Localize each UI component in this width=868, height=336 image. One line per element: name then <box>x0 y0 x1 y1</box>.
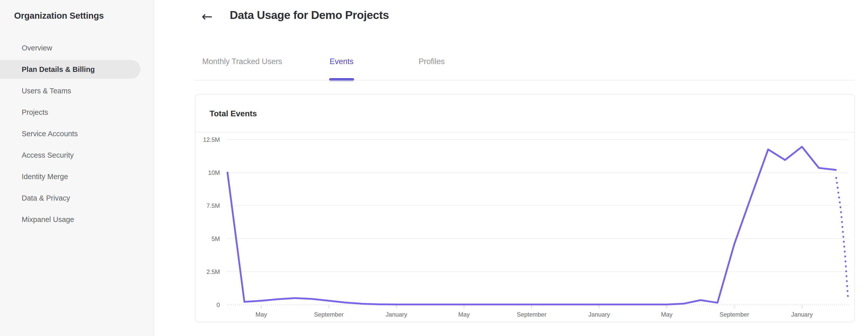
sidebar-item-overview[interactable]: Overview <box>0 37 153 59</box>
projection-dotted-line <box>836 178 848 299</box>
sidebar-item-label: Mixpanel Usage <box>22 215 74 224</box>
sidebar-item-access-security[interactable]: Access Security <box>0 145 153 166</box>
page: { "sidebar": { "title": "Organization Se… <box>0 0 868 336</box>
back-button[interactable]: ← <box>198 7 216 25</box>
sidebar-item-label: Projects <box>22 108 48 117</box>
events-line <box>227 147 836 304</box>
tab-monthly-tracked-users[interactable]: Monthly Tracked Users <box>202 57 282 66</box>
y-tick-label: 5M <box>212 235 220 242</box>
sidebar-item-projects[interactable]: Projects <box>0 102 153 123</box>
y-tick-label: 0 <box>217 301 220 308</box>
tab-events[interactable]: Events <box>330 57 353 66</box>
sidebar-item-label: Plan Details & Billing <box>22 65 95 74</box>
x-tick-label: January <box>791 311 812 318</box>
page-title: Data Usage for Demo Projects <box>230 8 389 22</box>
y-tick-label: 12.5M <box>203 136 220 143</box>
y-tick-label: 2.5M <box>207 268 220 275</box>
sidebar-item-service-accounts[interactable]: Service Accounts <box>0 123 153 145</box>
sidebar-item-label: Users & Teams <box>22 87 71 95</box>
chart-area: 12.5M10M7.5M5M2.5M0MaySeptemberJanuaryMa… <box>195 133 855 322</box>
sidebar-item-label: Service Accounts <box>22 130 78 138</box>
sidebar-item-label: Access Security <box>22 151 74 159</box>
x-tick-label: September <box>517 311 546 318</box>
sidebar-title: Organization Settings <box>14 10 104 21</box>
x-tick-label: May <box>255 311 267 318</box>
y-tick-label: 10M <box>208 169 220 176</box>
x-tick-label: January <box>385 311 407 318</box>
x-tick-label: September <box>314 311 343 318</box>
back-arrow-icon: ← <box>202 9 213 24</box>
card-header: Total Events <box>195 95 855 132</box>
sidebar-item-mixpanel-usage[interactable]: Mixpanel Usage <box>0 209 153 230</box>
chart-title: Total Events <box>210 109 257 118</box>
total-events-chart[interactable]: 12.5M10M7.5M5M2.5M0MaySeptemberJanuaryMa… <box>195 133 855 322</box>
sidebar-item-users-teams[interactable]: Users & Teams <box>0 80 153 102</box>
tab-profiles[interactable]: Profiles <box>418 57 444 66</box>
x-tick-label: September <box>719 311 749 318</box>
tabs: Monthly Tracked UsersEventsProfiles <box>0 57 868 83</box>
sidebar-item-label: Data & Privacy <box>22 194 70 202</box>
y-tick-label: 7.5M <box>207 202 220 209</box>
total-events-card: Total Events 12.5M10M7.5M5M2.5M0MaySepte… <box>195 94 855 323</box>
sidebar-item-label: Overview <box>22 44 52 52</box>
tabs-divider <box>195 80 855 81</box>
x-tick-label: May <box>458 311 470 318</box>
sidebar: Organization Settings OverviewPlan Detai… <box>0 0 154 336</box>
x-tick-label: May <box>661 311 672 318</box>
sidebar-item-data-privacy[interactable]: Data & Privacy <box>0 187 153 209</box>
x-tick-label: January <box>588 311 610 318</box>
sidebar-item-identity-merge[interactable]: Identity Merge <box>0 166 153 187</box>
sidebar-item-label: Identity Merge <box>22 173 68 181</box>
